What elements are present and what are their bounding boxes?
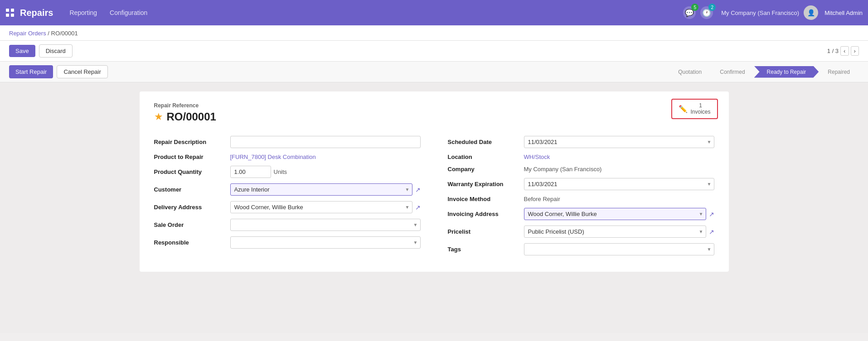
form-row: Tags▼ [448,243,714,255]
field-label: Invoice Method [448,196,520,202]
field-value: Public Pricelist (USD)▼↗ [524,226,714,238]
breadcrumb: Repair Orders / RO/00001 [9,30,859,37]
form-row: Responsible▼ [154,236,421,249]
field-label: Warranty Expiration [448,181,520,187]
nav-reporting[interactable]: Reporting [64,5,102,20]
pagination-info: 1 / 3 [827,48,839,54]
select-ext-field[interactable]: Wood Corner, Willie Burke [230,201,412,213]
field-value: Units [230,166,421,178]
repair-reference: RO/00001 [167,110,216,123]
action-bar: Save Discard 1 / 3 ‹ › [0,41,868,62]
form-row: CompanyMy Company (San Francisco) [448,166,714,173]
svg-rect-3 [11,14,14,17]
plain-field: Before Repair [524,196,560,202]
form-row: Warranty Expiration11/03/2021▼ [448,178,714,190]
field-value: 11/03/2021▼ [524,178,714,190]
field-label: Sale Order [154,221,227,228]
qty-input[interactable] [230,166,271,178]
field-value: WH/Stock [524,154,714,160]
field-label: Location [448,154,520,160]
plain-field: My Company (San Francisco) [524,166,602,173]
select-field[interactable]: 11/03/2021 [524,136,714,148]
nav-configuration[interactable]: Configuration [104,5,153,20]
link-field[interactable]: [FURN_7800] Desk Combination [230,154,316,160]
company-name: My Company (San Francisco) [721,10,799,16]
select-ext-field[interactable]: Public Pricelist (USD) [524,226,706,238]
field-label: Product Quantity [154,168,227,175]
stage-quotation[interactable]: Quotation [669,66,711,78]
select-field[interactable] [524,243,714,255]
field-label: Pricelist [448,228,520,235]
main-content: ✏️ 1 Invoices Repair Reference ★ RO/0000… [0,82,868,333]
select-field[interactable]: 11/03/2021 [524,178,714,190]
external-link-icon[interactable]: ↗ [709,211,714,218]
form-row: Product to Repair[FURN_7800] Desk Combin… [154,154,421,160]
field-label: Customer [154,186,227,193]
field-label: Responsible [154,239,227,246]
top-navigation: Repairs Reporting Configuration 💬 5 🕐 2 … [0,0,868,25]
link-field[interactable]: WH/Stock [524,154,550,160]
form-row: Repair Description [154,136,421,148]
select-field[interactable] [230,219,421,231]
field-value [230,136,421,148]
invoices-button[interactable]: ✏️ 1 Invoices [671,99,718,119]
external-link-icon[interactable]: ↗ [415,186,421,193]
pagination-next[interactable]: › [851,46,859,56]
form-left: Repair DescriptionProduct to Repair[FURN… [154,136,421,261]
svg-rect-0 [6,9,9,12]
notifications-icon[interactable]: 💬 5 [683,6,696,19]
field-label: Repair Description [154,139,227,145]
clock-count: 2 [708,4,716,11]
field-value: Wood Corner, Willie Burke▼↗ [524,208,714,220]
stage-ready-to-repair[interactable]: Ready to Repair [754,66,819,78]
stage-confirmed[interactable]: Confirmed [711,66,754,78]
field-value: ▼ [524,243,714,255]
form-row: Delivery AddressWood Corner, Willie Burk… [154,201,421,213]
field-label: Tags [448,246,520,253]
breadcrumb-parent[interactable]: Repair Orders [9,30,46,37]
svg-rect-1 [11,9,14,12]
field-label: Product to Repair [154,154,227,160]
clock-icon[interactable]: 🕐 2 [700,6,713,19]
units-label: Units [274,168,287,175]
form-row: Product QuantityUnits [154,166,421,178]
svg-rect-2 [6,14,9,17]
ref-value: ★ RO/00001 [154,110,714,123]
breadcrumb-current: RO/00001 [51,30,78,37]
pagination-prev[interactable]: ‹ [840,46,849,56]
cancel-repair-button[interactable]: Cancel Repair [57,65,107,78]
select-field[interactable] [230,236,421,249]
field-label: Company [448,166,520,173]
external-link-icon[interactable]: ↗ [709,228,714,235]
status-bar: Start Repair Cancel Repair QuotationConf… [0,62,868,82]
form-row: LocationWH/Stock [448,154,714,160]
field-label: Scheduled Date [448,139,520,145]
ref-label: Repair Reference [154,102,714,109]
breadcrumb-area: Repair Orders / RO/00001 [0,25,868,41]
app-grid-icon[interactable] [5,8,15,17]
select-ext-field[interactable]: Azure Interior [230,183,412,196]
user-avatar[interactable]: 👤 [804,5,818,20]
form-row: CustomerAzure Interior▼↗ [154,183,421,196]
text-input[interactable] [230,136,421,148]
favorite-star-icon[interactable]: ★ [154,111,163,123]
form-right: Scheduled Date11/03/2021▼LocationWH/Stoc… [448,136,714,261]
field-value: Wood Corner, Willie Burke▼↗ [230,201,421,213]
form-row: Sale Order▼ [154,219,421,231]
app-title: Repairs [20,8,53,18]
form-row: Invoicing AddressWood Corner, Willie Bur… [448,208,714,220]
field-value: 11/03/2021▼ [524,136,714,148]
start-repair-button[interactable]: Start Repair [9,65,53,78]
select-ext-field[interactable]: Wood Corner, Willie Burke [524,208,706,220]
stage-repaired[interactable]: Repaired [819,66,859,78]
form-row: Invoice MethodBefore Repair [448,196,714,202]
discard-button[interactable]: Discard [39,44,73,58]
field-value: My Company (San Francisco) [524,166,714,173]
external-link-icon[interactable]: ↗ [415,204,421,211]
save-button[interactable]: Save [9,45,35,57]
form-row: Scheduled Date11/03/2021▼ [448,136,714,148]
username: Mitchell Admin [824,10,863,16]
pagination: 1 / 3 ‹ › [827,46,859,56]
field-value: Azure Interior▼↗ [230,183,421,196]
ref-section: Repair Reference ★ RO/00001 [154,102,714,123]
